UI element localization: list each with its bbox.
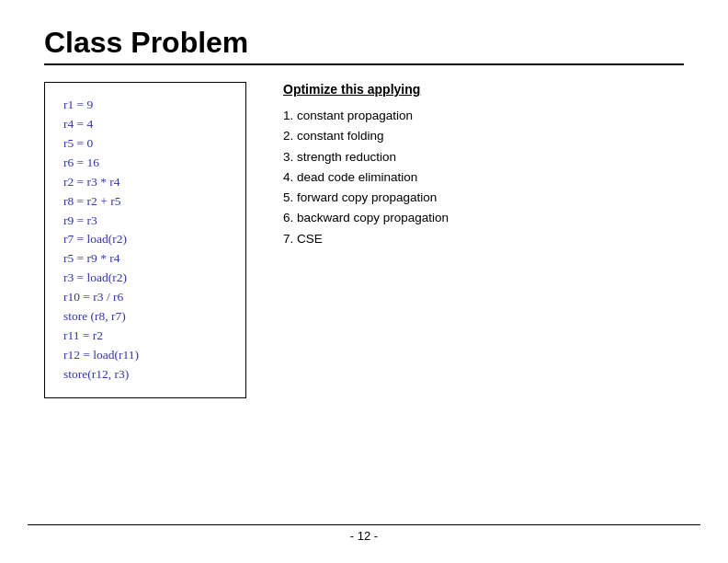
list-item: 2. constant folding bbox=[283, 126, 449, 146]
code-line: r1 = 9 bbox=[63, 96, 227, 115]
list-item: 5. forward copy propagation bbox=[283, 188, 449, 208]
code-line: r3 = load(r2) bbox=[63, 269, 227, 288]
page-title: Class Problem bbox=[44, 26, 684, 60]
list-item: 3. strength reduction bbox=[283, 147, 449, 167]
code-line: r4 = 4 bbox=[63, 115, 227, 134]
code-line: r12 = load(r11) bbox=[63, 346, 227, 365]
page-number: - 12 - bbox=[350, 529, 378, 543]
title-section: Class Problem bbox=[44, 26, 684, 65]
optimization-list: 1. constant propagation2. constant foldi… bbox=[283, 106, 449, 249]
code-line: r11 = r2 bbox=[63, 327, 227, 346]
list-item: 1. constant propagation bbox=[283, 106, 449, 126]
title-divider bbox=[44, 63, 684, 65]
list-item: 7. CSE bbox=[283, 229, 449, 249]
code-line: store (r8, r7) bbox=[63, 307, 227, 327]
bottom-divider bbox=[28, 524, 700, 525]
list-item: 4. dead code elimination bbox=[283, 167, 449, 188]
bottom-bar: - 12 - bbox=[0, 524, 728, 543]
code-box: r1 = 9r4 = 4r5 = 0r6 = 16r2 = r3 * r4r8 … bbox=[44, 82, 246, 398]
right-section: Optimize this applying 1. constant propa… bbox=[283, 82, 449, 249]
code-line: r7 = load(r2) bbox=[63, 230, 227, 249]
code-line: store(r12, r3) bbox=[63, 365, 227, 385]
code-line: r9 = r3 bbox=[63, 212, 227, 231]
code-line: r10 = r3 / r6 bbox=[63, 288, 227, 307]
list-item: 6. backward copy propagation bbox=[283, 208, 449, 228]
code-line: r6 = 16 bbox=[63, 154, 227, 173]
optimize-heading: Optimize this applying bbox=[283, 82, 449, 97]
page-container: Class Problem r1 = 9r4 = 4r5 = 0r6 = 16r… bbox=[0, 0, 728, 563]
code-line: r5 = r9 * r4 bbox=[63, 249, 227, 269]
code-line: r5 = 0 bbox=[63, 134, 227, 154]
content-area: r1 = 9r4 = 4r5 = 0r6 = 16r2 = r3 * r4r8 … bbox=[44, 82, 684, 398]
code-line: r8 = r2 + r5 bbox=[63, 192, 227, 212]
code-line: r2 = r3 * r4 bbox=[63, 173, 227, 192]
